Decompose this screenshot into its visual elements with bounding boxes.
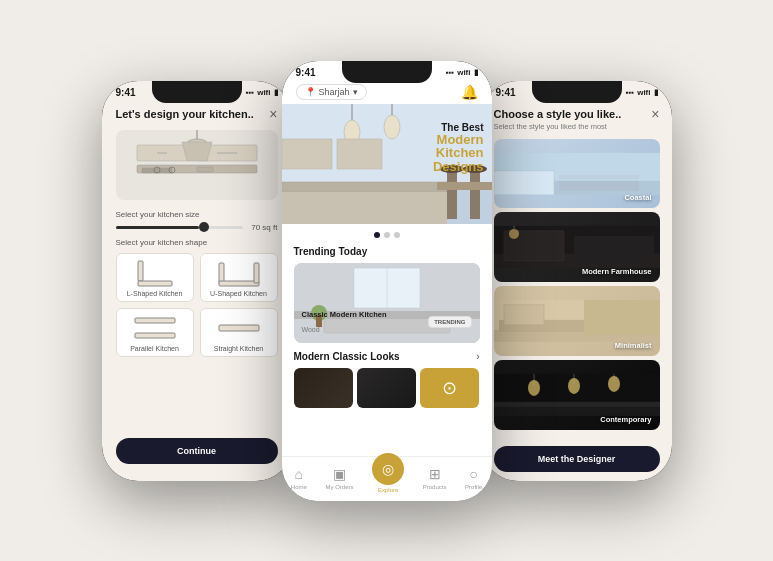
nav-home[interactable]: ⌂ Home xyxy=(291,466,307,490)
left-phone: 9:41 ▪▪▪ wifi ▮ Let's design your kitche… xyxy=(102,81,292,481)
svg-rect-66 xyxy=(494,402,660,407)
size-value: 70 sq ft xyxy=(251,223,277,232)
shape-grid: L-Shaped Kitchen U-Shaped Kitchen xyxy=(116,253,278,357)
right-status-icons: ▪▪▪ wifi ▮ xyxy=(626,88,658,97)
wifi-icon: wifi xyxy=(637,88,650,97)
left-status-icons: ▪▪▪ wifi ▮ xyxy=(246,88,278,97)
nav-products-label: Products xyxy=(423,484,447,490)
shape-parallel[interactable]: Parallel Kitchen xyxy=(116,308,194,357)
modern-classic-row: Modern Classic Looks › xyxy=(282,351,492,362)
trending-card-title: Classic Modern Kitchen xyxy=(302,310,387,319)
battery-icon: ▮ xyxy=(654,88,658,97)
nav-orders[interactable]: ▣ My Orders xyxy=(325,466,353,490)
style-minimalist[interactable]: Minimalist xyxy=(494,286,660,356)
svg-rect-17 xyxy=(135,318,175,323)
svg-point-65 xyxy=(608,376,620,392)
style-coastal[interactable]: Coastal xyxy=(494,139,660,209)
shape-l-label: L-Shaped Kitchen xyxy=(127,290,183,297)
svg-rect-50 xyxy=(574,236,654,261)
meet-designer-button[interactable]: Meet the Designer xyxy=(494,446,660,472)
modern-thumb-1[interactable] xyxy=(294,368,353,408)
shape-l-shaped[interactable]: L-Shaped Kitchen xyxy=(116,253,194,302)
svg-rect-32 xyxy=(470,169,480,219)
wifi-icon: wifi xyxy=(257,88,270,97)
nav-profile-label: Profile xyxy=(465,484,482,490)
svg-rect-34 xyxy=(437,182,492,190)
left-time: 9:41 xyxy=(116,87,136,98)
location-icon: 📍 xyxy=(305,87,316,97)
trending-card[interactable]: Classic Modern Kitchen Wood TRENDING xyxy=(294,263,480,343)
shape-u-shaped[interactable]: U-Shaped Kitchen xyxy=(200,253,278,302)
signal-icon: ▪▪▪ xyxy=(446,68,455,77)
right-content: Choose a style you like.. × Select the s… xyxy=(482,100,672,440)
shape-straight[interactable]: Straight Kitchen xyxy=(200,308,278,357)
location-bar: 📍 Sharjah ▾ 🔔 xyxy=(282,80,492,104)
nav-products[interactable]: ⊞ Products xyxy=(423,466,447,490)
svg-rect-30 xyxy=(447,169,457,219)
modern-thumb-2[interactable] xyxy=(357,368,416,408)
signal-icon: ▪▪▪ xyxy=(246,88,255,97)
right-notch xyxy=(532,81,622,103)
right-time: 9:41 xyxy=(496,87,516,98)
contemporary-label: Contemporary xyxy=(600,415,651,424)
explore-compass-icon: ⊙ xyxy=(442,377,457,399)
kitchen-illustration-svg xyxy=(116,130,278,200)
center-notch xyxy=(342,61,432,83)
trending-kitchen-svg xyxy=(294,263,480,343)
farmhouse-label: Modern Farmhouse xyxy=(582,267,652,276)
trending-badge: TRENDING xyxy=(428,316,471,328)
center-status-icons: ▪▪▪ wifi ▮ xyxy=(446,68,478,77)
svg-rect-57 xyxy=(584,300,660,335)
size-row: 70 sq ft xyxy=(116,223,278,232)
svg-point-51 xyxy=(509,229,519,239)
left-close-button[interactable]: × xyxy=(269,106,277,122)
battery-icon: ▮ xyxy=(274,88,278,97)
nav-explore-label: Explore xyxy=(378,487,398,493)
svg-rect-27 xyxy=(337,139,382,169)
svg-rect-16 xyxy=(254,263,259,283)
phones-container: 9:41 ▪▪▪ wifi ▮ Let's design your kitche… xyxy=(0,0,773,561)
svg-rect-6 xyxy=(197,167,213,172)
right-close-button[interactable]: × xyxy=(651,106,659,122)
hero-banner: The Best Modern Kitchen Designs xyxy=(282,104,492,224)
left-content: Let's design your kitchen.. × xyxy=(102,100,292,470)
battery-icon: ▮ xyxy=(474,68,478,77)
kitchen-illustration xyxy=(116,130,278,200)
profile-icon: ○ xyxy=(469,466,477,482)
hero-text-box: The Best Modern Kitchen Designs xyxy=(433,122,484,174)
signal-icon: ▪▪▪ xyxy=(626,88,635,97)
bottom-nav: ⌂ Home ▣ My Orders ◎ Explore ⊞ Products … xyxy=(282,456,492,501)
location-pill[interactable]: 📍 Sharjah ▾ xyxy=(296,84,367,100)
continue-button[interactable]: Continue xyxy=(116,438,278,464)
chevron-right-icon[interactable]: › xyxy=(476,351,479,362)
products-icon: ⊞ xyxy=(429,466,441,482)
explore-icon: ◎ xyxy=(372,453,404,485)
right-header: Choose a style you like.. × Select the s… xyxy=(482,106,672,131)
style-farmhouse[interactable]: Modern Farmhouse xyxy=(494,212,660,282)
svg-point-63 xyxy=(568,378,580,394)
trending-title: Trending Today xyxy=(282,246,492,257)
notification-bell-icon[interactable]: 🔔 xyxy=(461,84,478,100)
hero-modern-text: Modern Kitchen Designs xyxy=(433,133,484,174)
svg-rect-15 xyxy=(219,281,259,286)
nav-home-label: Home xyxy=(291,484,307,490)
right-phone: 9:41 ▪▪▪ wifi ▮ Choose a style you like.… xyxy=(482,81,672,481)
svg-rect-44 xyxy=(494,170,554,194)
right-title: Choose a style you like.. xyxy=(494,108,622,120)
modern-classic-title: Modern Classic Looks xyxy=(294,351,400,362)
nav-profile[interactable]: ○ Profile xyxy=(465,466,482,490)
svg-rect-45 xyxy=(559,174,639,178)
svg-rect-56 xyxy=(504,305,544,325)
shape-parallel-label: Parallel Kitchen xyxy=(130,345,179,352)
svg-rect-19 xyxy=(219,325,259,331)
coastal-label: Coastal xyxy=(624,193,651,202)
right-subtitle: Select the style you liked the most xyxy=(494,122,660,131)
svg-rect-18 xyxy=(135,333,175,338)
svg-rect-28 xyxy=(282,182,447,192)
modern-thumb-explore[interactable]: ⊙ xyxy=(420,368,479,408)
svg-point-25 xyxy=(384,115,400,139)
nav-explore[interactable]: ◎ Explore xyxy=(372,463,404,493)
svg-rect-14 xyxy=(219,263,224,283)
style-contemporary[interactable]: Contemporary xyxy=(494,360,660,430)
size-slider[interactable] xyxy=(116,226,244,229)
